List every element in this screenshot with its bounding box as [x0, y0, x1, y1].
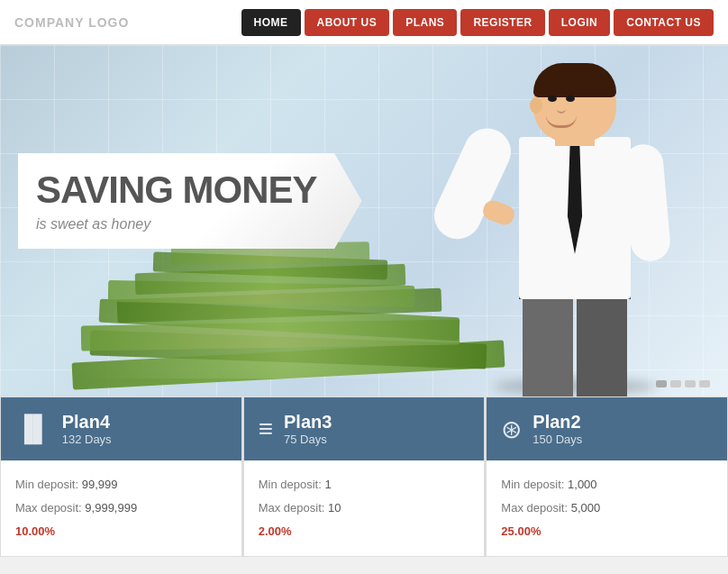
min-deposit-value: 1 [324, 478, 331, 491]
nav-btn-contact[interactable]: CONTACT US [614, 9, 714, 36]
slogan-main: SAVING MONEY [36, 169, 317, 211]
plan-name: Plan4 [62, 412, 112, 433]
max-deposit-label: Max deposit: [15, 501, 85, 515]
interest-row: 25.00% [501, 520, 713, 543]
min-deposit-row: Min deposit: 1,000 [501, 473, 713, 497]
slider-dot-2[interactable] [670, 380, 681, 387]
max-deposit-value: 5,000 [571, 501, 601, 515]
slider-dot-3[interactable] [685, 380, 696, 387]
nav-btn-plans[interactable]: PLANS [393, 9, 457, 36]
plan-header: ▐▌ Plan4 132 Days [1, 397, 241, 460]
nav-btn-register[interactable]: REGISTER [460, 9, 544, 36]
slider-dots [656, 380, 710, 387]
min-deposit-value: 1,000 [568, 478, 597, 491]
nav-btn-login[interactable]: LOGIN [549, 9, 611, 36]
plan-card-plan2: ⊛ Plan2 150 Days Min deposit: 1,000 Max … [486, 396, 728, 557]
max-deposit-row: Max deposit: 9,999,999 [15, 497, 227, 520]
interest-value: 2.00% [259, 524, 292, 538]
max-deposit-row: Max deposit: 5,000 [501, 497, 713, 520]
businessman-figure [476, 63, 674, 396]
hero-slogan-box: SAVING MONEY is sweet as honey [18, 153, 362, 249]
plan-title-area: Plan3 75 Days [284, 412, 332, 446]
min-deposit-value: 99,999 [82, 478, 118, 491]
plan-title-area: Plan2 150 Days [532, 412, 582, 446]
max-deposit-value: 10 [328, 501, 341, 515]
nav-btn-home[interactable]: HOME [241, 9, 301, 36]
plan-card-plan4: ▐▌ Plan4 132 Days Min deposit: 99,999 Ma… [0, 396, 242, 557]
nav-btn-about[interactable]: ABOUT US [305, 9, 390, 36]
company-logo: COMPANY LOGO [14, 13, 195, 32]
tag-icon: ⊛ [501, 415, 522, 444]
min-deposit-row: Min deposit: 99,999 [15, 473, 227, 497]
slogan-sub: is sweet as honey [36, 216, 317, 232]
min-deposit-label: Min deposit: [259, 478, 325, 491]
min-deposit-row: Min deposit: 1 [259, 473, 470, 497]
plan-header: ⊛ Plan2 150 Days [487, 397, 727, 460]
slider-dot-4[interactable] [699, 380, 710, 387]
max-deposit-label: Max deposit: [501, 501, 570, 515]
plans-section: ▐▌ Plan4 132 Days Min deposit: 99,999 Ma… [0, 396, 728, 557]
plan-details: Min deposit: 99,999 Max deposit: 9,999,9… [1, 460, 241, 556]
interest-value: 10.00% [15, 524, 55, 538]
bar-chart-icon: ▐▌ [15, 415, 51, 443]
interest-row: 2.00% [259, 520, 470, 543]
plan-name: Plan2 [532, 412, 582, 433]
plan-days: 150 Days [532, 433, 582, 446]
plan-name: Plan3 [284, 412, 332, 433]
max-deposit-label: Max deposit: [259, 501, 328, 515]
plan-title-area: Plan4 132 Days [62, 412, 112, 446]
slider-dot-1[interactable] [656, 380, 667, 387]
plan-days: 75 Days [284, 433, 332, 446]
plan-header: ≡ Plan3 75 Days [244, 397, 485, 460]
navigation: HOMEABOUT USPLANSREGISTERLOGINCONTACT US [241, 9, 714, 36]
interest-value: 25.00% [501, 524, 541, 538]
plan-details: Min deposit: 1,000 Max deposit: 5,000 25… [487, 460, 727, 556]
min-deposit-label: Min deposit: [15, 478, 82, 491]
max-deposit-value: 9,999,999 [85, 501, 137, 515]
max-deposit-row: Max deposit: 10 [259, 497, 470, 520]
header: COMPANY LOGO HOMEABOUT USPLANSREGISTERLO… [0, 0, 728, 45]
plan-details: Min deposit: 1 Max deposit: 10 2.00% [244, 460, 485, 556]
plan-days: 132 Days [62, 433, 112, 446]
interest-row: 10.00% [15, 520, 227, 543]
plan-card-plan3: ≡ Plan3 75 Days Min deposit: 1 Max depos… [243, 396, 486, 557]
min-deposit-label: Min deposit: [501, 478, 568, 491]
hero-banner: SAVING MONEY is sweet as honey [0, 45, 728, 396]
document-icon: ≡ [259, 415, 273, 443]
